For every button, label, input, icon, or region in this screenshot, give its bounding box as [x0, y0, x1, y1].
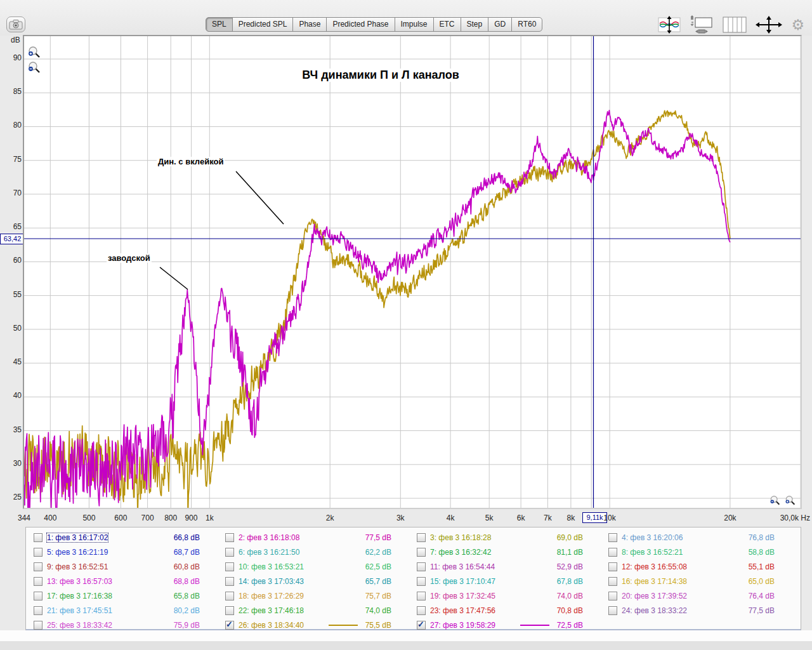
measurement-label[interactable]: 5: фев 3 16:21:19: [47, 548, 108, 557]
measurement-label[interactable]: 7: фев 3 16:32:42: [430, 548, 491, 557]
measurement-label[interactable]: 27: фев 3 19:58:29: [430, 621, 495, 630]
measurement-checkbox[interactable]: [608, 592, 617, 600]
measurement-checkbox[interactable]: [417, 533, 426, 542]
capture-graph-button[interactable]: [6, 17, 25, 32]
measurement-checkbox[interactable]: [225, 621, 234, 630]
measurement-label[interactable]: 14: фев 3 17:03:43: [239, 577, 304, 586]
measurement-checkbox[interactable]: [225, 606, 234, 615]
measurement-checkbox[interactable]: [225, 548, 234, 557]
measurement-checkbox[interactable]: [608, 606, 617, 615]
measurement-label[interactable]: 1: фев 3 16:17:02: [47, 533, 108, 542]
measurement-label[interactable]: 18: фев 3 17:26:29: [239, 592, 304, 600]
measurement-label[interactable]: 10: фев 3 16:53:21: [239, 562, 304, 571]
legend-item: 23: фев 3 17:47:5670,8 dB: [417, 604, 583, 617]
measurement-label[interactable]: 9: фев 3 16:52:51: [47, 562, 108, 571]
tab-predicted-phase[interactable]: Predicted Phase: [326, 17, 395, 32]
x-tick-label: 800: [164, 514, 177, 522]
measurement-checkbox[interactable]: [417, 548, 426, 557]
legend-item: 10: фев 3 16:53:2162,5 dB: [225, 560, 391, 573]
tab-etc[interactable]: ETC: [433, 17, 461, 32]
zoom-out-x-button[interactable]: [768, 495, 781, 507]
y-tick-label: 75: [1, 155, 22, 164]
rew-window: SPLPredicted SPLPhasePredicted PhaseImpu…: [0, 0, 812, 650]
measurement-value: 62,5 dB: [365, 562, 391, 571]
measurement-label[interactable]: 8: фев 3 16:52:21: [622, 548, 683, 557]
measurement-checkbox[interactable]: [225, 533, 234, 542]
measurement-checkbox[interactable]: [34, 592, 43, 600]
graph-limits-icon[interactable]: [690, 15, 714, 34]
y-tick-label: 35: [1, 425, 22, 434]
legend-item: 7: фев 3 16:32:4281,1 dB: [417, 546, 583, 559]
measurement-checkbox[interactable]: [608, 577, 617, 586]
grid-bars-icon[interactable]: [723, 17, 747, 33]
measurement-label[interactable]: 16: фев 3 17:14:38: [622, 577, 687, 586]
legend-item: 11: фев 3 16:54:4452,9 dB: [417, 560, 583, 573]
measurement-label[interactable]: 3: фев 3 16:18:28: [430, 533, 491, 542]
measurement-label[interactable]: 25: фев 3 18:33:42: [47, 621, 112, 630]
measurement-checkbox[interactable]: [34, 577, 43, 586]
measurement-checkbox[interactable]: [608, 562, 617, 571]
measurement-label[interactable]: 19: фев 3 17:32:45: [430, 592, 495, 600]
measurement-checkbox[interactable]: [34, 562, 43, 571]
measurement-label[interactable]: 24: фев 3 18:33:22: [622, 606, 687, 615]
vertical-fit-icon[interactable]: [658, 16, 681, 34]
x-tick-label: 344: [18, 514, 30, 522]
x-tick-label: 900: [185, 514, 197, 522]
magnifier-minus-icon: [769, 495, 780, 507]
legend-item: 20: фев 3 17:39:5276,4 dB: [608, 590, 775, 602]
measurement-label[interactable]: 21: фев 3 17:45:51: [47, 606, 112, 615]
tab-spl[interactable]: SPL: [206, 17, 233, 32]
measurement-label[interactable]: 2: фев 3 16:18:08: [239, 533, 299, 542]
measurement-label[interactable]: 26: фев 3 18:34:40: [239, 621, 304, 630]
measurement-value: 76,4 dB: [749, 592, 775, 600]
measurement-checkbox[interactable]: [417, 592, 426, 600]
annotation-factory-driver: заводской: [107, 253, 152, 263]
measurement-checkbox[interactable]: [34, 548, 43, 557]
measurement-checkbox[interactable]: [608, 533, 617, 542]
measurement-checkbox[interactable]: [417, 606, 426, 615]
zoom-out-y-button[interactable]: [27, 61, 41, 75]
tab-predicted-spl[interactable]: Predicted SPL: [232, 17, 294, 32]
measurement-checkbox[interactable]: [34, 533, 43, 542]
measurement-label[interactable]: 17: фев 3 17:16:38: [47, 592, 112, 600]
measurement-label[interactable]: 20: фев 3 17:39:52: [622, 592, 687, 600]
measurement-label[interactable]: 11: фев 3 16:54:44: [430, 562, 495, 571]
x-tick-label: 8k: [567, 514, 575, 522]
measurement-checkbox[interactable]: [34, 621, 43, 630]
y-tick-label: 50: [1, 324, 22, 333]
legend-item: 22: фев 3 17:46:1874,0 dB: [225, 604, 391, 617]
measurement-checkbox[interactable]: [34, 606, 43, 615]
measurement-label[interactable]: 22: фев 3 17:46:18: [239, 606, 304, 615]
zoom-in-x-button[interactable]: [783, 495, 796, 507]
measurement-checkbox[interactable]: [608, 548, 617, 557]
spl-graph[interactable]: [23, 35, 802, 509]
measurement-checkbox[interactable]: [225, 592, 234, 600]
measurement-label[interactable]: 13: фев 3 16:57:03: [47, 577, 112, 586]
x-tick-label: 4k: [447, 514, 455, 522]
tab-gd[interactable]: GD: [488, 17, 512, 32]
view-tabs: SPLPredicted SPLPhasePredicted PhaseImpu…: [206, 17, 542, 32]
measurement-checkbox[interactable]: [417, 621, 426, 630]
measurement-checkbox[interactable]: [225, 577, 234, 586]
tab-phase[interactable]: Phase: [292, 17, 327, 32]
y-tick-label: 65: [1, 222, 22, 231]
measurement-checkbox[interactable]: [417, 562, 426, 571]
status-area: [0, 630, 812, 641]
gear-icon[interactable]: ⚙: [791, 18, 804, 32]
zoom-in-y-button[interactable]: [27, 46, 41, 60]
measurement-checkbox[interactable]: [417, 577, 426, 586]
tab-step[interactable]: Step: [461, 17, 489, 32]
graph-canvas[interactable]: [24, 36, 801, 508]
tab-impulse[interactable]: Impulse: [395, 17, 434, 32]
legend-item: 19: фев 3 17:32:4574,0 dB: [417, 590, 583, 602]
tab-rt60[interactable]: RT60: [511, 17, 542, 32]
measurement-label[interactable]: 23: фев 3 17:47:56: [430, 606, 495, 615]
pan-arrows-icon[interactable]: [756, 16, 782, 34]
window-bottom-edge: [0, 641, 812, 650]
measurement-label[interactable]: 6: фев 3 16:21:50: [239, 548, 299, 557]
measurement-label[interactable]: 12: фев 3 16:55:08: [622, 562, 687, 571]
measurement-label[interactable]: 4: фев 3 16:20:06: [622, 533, 683, 542]
measurement-label[interactable]: 15: фев 3 17:10:47: [430, 577, 495, 586]
measurement-checkbox[interactable]: [225, 562, 234, 571]
x-tick-label: 20k: [724, 514, 736, 522]
